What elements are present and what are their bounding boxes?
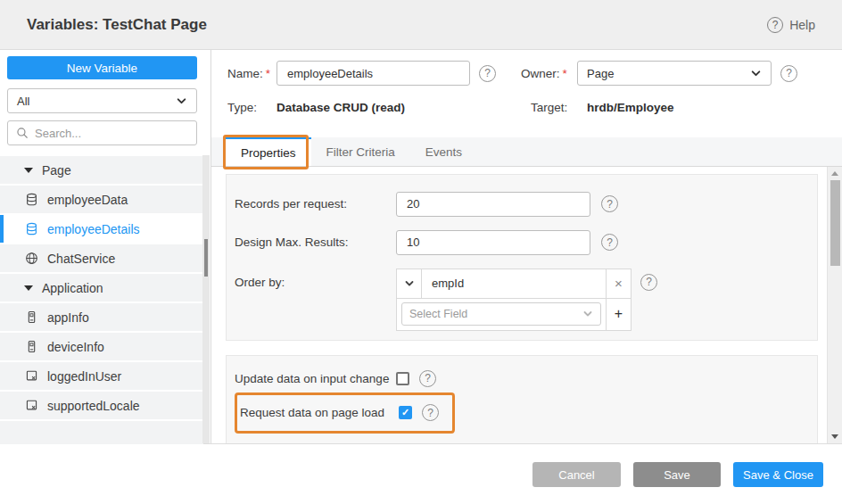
database-icon — [25, 222, 38, 235]
sidebar-item-label: supportedLocale — [47, 399, 140, 413]
main-panel: Name:* ? Owner:* Page ? Type: Database C… — [211, 50, 842, 443]
filter-dropdown[interactable]: All — [7, 88, 197, 113]
update-on-input-label: Update data on input change — [235, 372, 396, 385]
dialog-body: New Variable All Page employeeData — [0, 50, 842, 443]
annotation-highlight-request-on-load: Request data on page load ✓ ? — [235, 392, 455, 434]
main-scrollbar[interactable] — [827, 167, 842, 443]
add-order-field-button[interactable]: + — [606, 299, 631, 330]
database-icon — [25, 193, 38, 206]
caret-down-icon — [24, 168, 33, 173]
cancel-button[interactable]: Cancel — [532, 462, 621, 487]
target-label: Target: — [531, 101, 587, 114]
sidebar-item-supportedlocale[interactable]: supportedLocale — [0, 392, 203, 419]
save-button[interactable]: Save — [633, 462, 721, 487]
help-icon[interactable]: ? — [601, 195, 618, 212]
order-by-label: Order by: — [235, 276, 396, 289]
tab-bar: Properties Filter Criteria Events — [211, 137, 842, 167]
type-target-row: Type: Database CRUD (read) Target: hrdb/… — [211, 99, 842, 116]
records-per-request-label: Records per request: — [235, 197, 396, 211]
design-max-results-field[interactable] — [396, 230, 590, 255]
search-box[interactable] — [7, 120, 197, 145]
order-direction-button[interactable] — [397, 269, 422, 298]
chevron-down-icon — [582, 309, 593, 319]
type-label: Type: — [227, 101, 277, 114]
sidebar-item-label: loggedInUser — [47, 369, 121, 384]
plus-icon: + — [615, 306, 623, 322]
update-on-input-row: Update data on input change ✓ ? — [235, 370, 817, 387]
close-icon: × — [615, 276, 623, 291]
search-input[interactable] — [35, 127, 177, 140]
order-by-builder: empId × Select Field + — [396, 269, 632, 331]
request-on-load-row: Request data on page load ✓ ? — [240, 404, 439, 421]
owner-label: Owner:* — [521, 67, 577, 80]
order-by-row: Order by: empId × — [235, 269, 817, 331]
document-icon — [25, 369, 38, 383]
sidebar-item-label: Page — [42, 163, 71, 178]
sidebar-item-appinfo[interactable]: appInfo — [0, 303, 203, 331]
save-and-close-button[interactable]: Save & Close — [733, 462, 823, 487]
page-title: Variables: TestChat Page — [27, 16, 207, 34]
chevron-down-icon — [176, 95, 187, 107]
help-icon[interactable]: ? — [422, 404, 439, 421]
owner-select-value: Page — [587, 67, 614, 80]
sidebar-item-chatservice[interactable]: ChatService — [0, 244, 203, 272]
name-owner-row: Name:* ? Owner:* Page ? — [211, 61, 842, 86]
sidebar-scrollbar-thumb[interactable] — [204, 239, 208, 277]
tab-filter-criteria[interactable]: Filter Criteria — [311, 137, 410, 166]
sidebar-item-employeedetails[interactable]: employeeDetails — [0, 215, 203, 243]
name-label: Name:* — [227, 67, 277, 80]
type-value: Database CRUD (read) — [277, 101, 479, 114]
variable-list: Page employeeData employeeDetails ChatSe… — [0, 156, 210, 444]
chevron-down-icon — [750, 68, 762, 79]
dialog-footer: Cancel Save Save & Close — [0, 443, 842, 504]
sidebar-item-label: ChatService — [47, 252, 115, 266]
search-icon — [16, 127, 29, 139]
scroll-down-arrow-icon[interactable] — [831, 434, 838, 439]
help-icon[interactable]: ? — [419, 370, 436, 387]
sidebar-item-employeedata[interactable]: employeeData — [0, 186, 203, 213]
owner-select[interactable]: Page — [577, 61, 772, 86]
help-icon[interactable]: ? — [780, 65, 797, 82]
order-by-add-row: Select Field + — [397, 299, 631, 330]
sidebar-item-label: deviceInfo — [47, 340, 104, 354]
sidebar: New Variable All Page employeeData — [0, 50, 211, 443]
sidebar-item-label: employeeDetails — [47, 222, 140, 236]
select-field-wrap: Select Field — [397, 299, 606, 329]
update-on-input-checkbox[interactable]: ✓ — [396, 372, 409, 385]
request-on-load-checkbox[interactable]: ✓ — [399, 406, 412, 419]
required-marker: * — [563, 67, 567, 80]
records-per-request-field[interactable] — [396, 192, 590, 217]
help-label: Help — [789, 18, 815, 32]
sidebar-item-label: employeeData — [47, 193, 128, 207]
tab-events[interactable]: Events — [410, 137, 477, 166]
variables-dialog: Variables: TestChat Page ? Help New Vari… — [0, 0, 842, 504]
tab-properties[interactable]: Properties — [226, 137, 311, 166]
device-icon — [25, 310, 38, 324]
sidebar-item-label: Application — [42, 281, 103, 295]
help-icon[interactable]: ? — [640, 274, 657, 291]
design-max-results-label: Design Max. Results: — [235, 235, 396, 249]
sidebar-item-page[interactable]: Page — [0, 156, 203, 184]
sidebar-item-application[interactable]: Application — [0, 274, 203, 302]
help-button[interactable]: ? Help — [767, 17, 815, 33]
sidebar-item-loggedinuser[interactable]: loggedInUser — [0, 362, 203, 390]
check-icon: ✓ — [401, 408, 409, 417]
remove-order-field-button[interactable]: × — [606, 269, 631, 298]
request-settings-panel: Records per request: ? Design Max. Resul… — [226, 174, 818, 341]
select-field-dropdown[interactable]: Select Field — [401, 302, 601, 326]
target-value: hrdb/Employee — [587, 101, 674, 114]
new-variable-button[interactable]: New Variable — [7, 56, 197, 79]
sidebar-scrollbar[interactable] — [202, 155, 210, 443]
list-filler-row — [0, 421, 203, 444]
name-field[interactable] — [277, 61, 470, 86]
select-field-placeholder: Select Field — [409, 308, 467, 320]
help-icon[interactable]: ? — [479, 65, 496, 82]
globe-icon — [25, 252, 38, 265]
sidebar-item-deviceinfo[interactable]: deviceInfo — [0, 333, 203, 360]
caret-down-icon — [24, 285, 33, 291]
properties-scroll-area: Records per request: ? Design Max. Resul… — [211, 167, 842, 443]
scroll-up-arrow-icon[interactable] — [831, 171, 838, 176]
main-scrollbar-thumb[interactable] — [830, 180, 840, 266]
help-icon[interactable]: ? — [601, 234, 618, 251]
document-icon — [25, 399, 38, 412]
